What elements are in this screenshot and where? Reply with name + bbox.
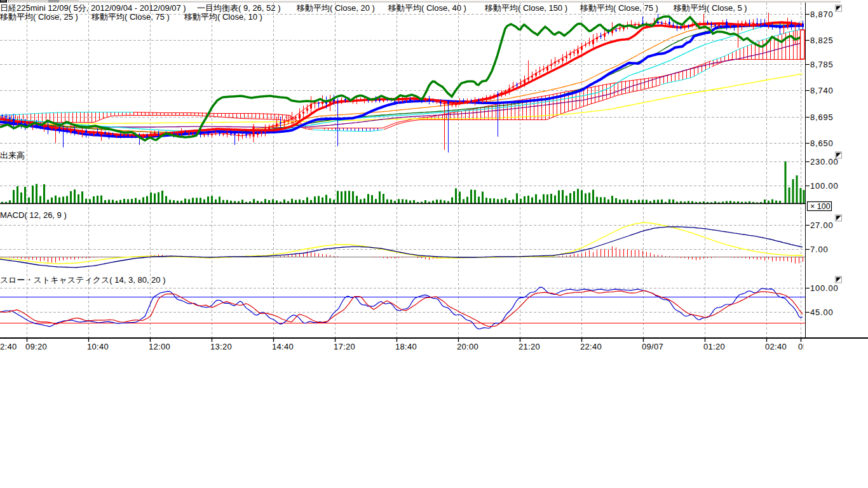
svg-text:230.00: 230.00 (810, 157, 839, 166)
svg-text:MACD( 12, 26, 9 ): MACD( 12, 26, 9 ) (0, 210, 67, 220)
svg-text:× 100: × 100 (810, 202, 831, 211)
svg-text:移動平均( Close, 5 ): 移動平均( Close, 5 ) (673, 3, 747, 13)
svg-text:12:00: 12:00 (149, 342, 170, 351)
svg-text:7.00: 7.00 (810, 245, 829, 254)
svg-text:移動平均( Close, 10 ): 移動平均( Close, 10 ) (184, 12, 262, 22)
svg-text:8,870: 8,870 (810, 10, 834, 19)
svg-text:8,650: 8,650 (810, 139, 834, 148)
svg-text:移動平均( Close, 75 ): 移動平均( Close, 75 ) (580, 3, 658, 13)
svg-text:17:20: 17:20 (334, 342, 355, 351)
svg-text:スロー・ストキャスティクス( 14, 3, 80, 20 ): スロー・ストキャスティクス( 14, 3, 80, 20 ) (0, 275, 166, 285)
svg-text:27.00: 27.00 (810, 220, 834, 230)
svg-text:8,825: 8,825 (810, 36, 834, 45)
svg-text:18:40: 18:40 (395, 342, 417, 351)
svg-text:10:40: 10:40 (87, 342, 109, 351)
svg-text:22:40: 22:40 (580, 342, 602, 351)
svg-text:21:20: 21:20 (519, 342, 540, 351)
svg-text:14:40: 14:40 (272, 342, 294, 351)
svg-text:09/07: 09/07 (642, 342, 663, 351)
svg-text:13:20: 13:20 (210, 342, 232, 351)
svg-text:09:20: 09:20 (25, 342, 47, 351)
svg-text:移動平均( Close, 150 ): 移動平均( Close, 150 ) (484, 3, 567, 13)
svg-text:8,785: 8,785 (810, 60, 834, 69)
svg-text:移動平均( Close, 40 ): 移動平均( Close, 40 ) (388, 3, 466, 13)
svg-text:移動平均( Close, 75 ): 移動平均( Close, 75 ) (91, 12, 170, 22)
svg-text:20:00: 20:00 (457, 342, 478, 351)
svg-text:移動平均( Close, 25 ): 移動平均( Close, 25 ) (0, 12, 78, 22)
svg-text:45.00: 45.00 (810, 308, 834, 317)
svg-text:100.00: 100.00 (810, 181, 839, 191)
svg-text:100.00: 100.00 (810, 283, 839, 293)
svg-text:2:40: 2:40 (0, 342, 17, 351)
svg-text:一目均衡表( 9, 26, 52 ): 一目均衡表( 9, 26, 52 ) (197, 3, 280, 13)
svg-text:日経225mini 12/09( 5分, 2012/09/0: 日経225mini 12/09( 5分, 2012/09/04 - 2012/0… (0, 3, 186, 13)
svg-text:01:20: 01:20 (703, 342, 725, 351)
svg-text:8,740: 8,740 (810, 86, 834, 95)
svg-text:移動平均( Close, 20 ): 移動平均( Close, 20 ) (296, 3, 375, 13)
svg-text:出来高: 出来高 (0, 151, 25, 160)
svg-text:8,695: 8,695 (810, 112, 834, 122)
svg-text:02:40: 02:40 (765, 342, 787, 351)
